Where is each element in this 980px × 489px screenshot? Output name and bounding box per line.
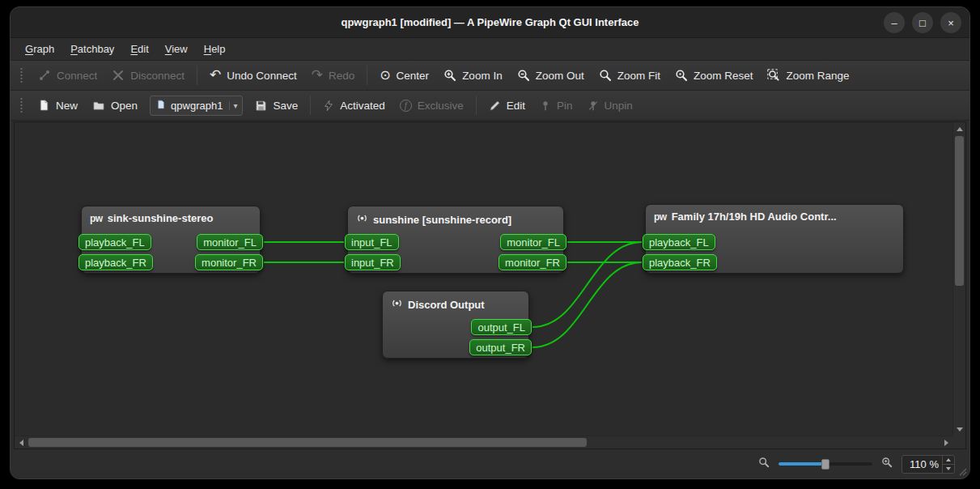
port-sunshine-monitor-fl[interactable]: monitor_FL [500, 234, 566, 250]
zoom-range-icon [767, 69, 780, 82]
patchbay-combo[interactable]: qpwgraph1 ▾ [150, 96, 243, 116]
node-title: sink-sunshine-stereo [108, 212, 214, 224]
port-sink-monitor-fr[interactable]: monitor_FR [195, 254, 263, 270]
horizontal-scrollbar[interactable] [15, 436, 952, 449]
node-title: sunshine [sunshine-record] [373, 214, 511, 226]
zoom-slider[interactable] [778, 457, 872, 470]
activated-button[interactable]: Activated [316, 96, 392, 116]
toolbar-handle[interactable] [19, 67, 23, 83]
zoom-in-button[interactable]: Zoom In [436, 65, 510, 86]
menu-view[interactable]: View [157, 38, 196, 60]
zoom-out-icon [758, 457, 770, 471]
close-icon: × [948, 18, 954, 28]
node-title: Family 17h/19h HD Audio Contr... [672, 210, 837, 223]
zoom-spinbox[interactable]: 110 % [902, 455, 955, 474]
spin-down-button[interactable] [943, 464, 954, 473]
open-button[interactable]: Open [85, 96, 145, 116]
statusbar: 110 % [11, 449, 969, 478]
menubar: Graph Patchbay Edit View Help [11, 38, 969, 61]
chevron-down-icon: ▾ [229, 101, 237, 110]
maximize-icon: □ [919, 18, 926, 28]
menu-graph[interactable]: Graph [17, 38, 62, 60]
node-family-hd-audio[interactable]: pw Family 17h/19h HD Audio Contr... play… [645, 204, 904, 274]
port-discord-output-fr[interactable]: output_FR [469, 339, 532, 355]
disconnect-button[interactable]: Disconnect [104, 65, 192, 86]
zoom-reset-icon [675, 69, 688, 82]
scrollbar-corner [952, 436, 965, 449]
zoom-reset-button[interactable]: Zoom Reset [668, 65, 761, 86]
window-title: qpwgraph1 [modified] — A PipeWire Graph … [341, 16, 638, 28]
toolbar-separator [310, 96, 311, 115]
minimize-button[interactable]: – [884, 12, 905, 33]
zoom-in-icon [881, 457, 893, 471]
menu-edit[interactable]: Edit [122, 38, 156, 60]
toolbar-separator [367, 66, 367, 85]
new-file-icon [38, 99, 50, 112]
port-sunshine-monitor-fr[interactable]: monitor_FR [498, 254, 566, 270]
port-family-playback-fl[interactable]: playback_FL [643, 234, 715, 250]
toolbar-main: Connect Disconnect ↶ Undo Connect ↷ Redo… [11, 61, 969, 91]
minimize-icon: – [891, 18, 897, 28]
app-window: qpwgraph1 [modified] — A PipeWire Graph … [10, 6, 970, 479]
zoom-out-button[interactable]: Zoom Out [510, 65, 592, 86]
scroll-up-arrow[interactable] [953, 122, 966, 135]
maximize-button[interactable]: □ [912, 12, 933, 33]
scroll-down-arrow[interactable] [953, 423, 966, 436]
redo-button[interactable]: ↷ Redo [304, 66, 363, 86]
menu-patchbay[interactable]: Patchbay [62, 38, 122, 60]
close-button[interactable]: × [940, 12, 961, 33]
port-sunshine-input-fr[interactable]: input_FR [345, 254, 401, 270]
center-icon: ⊙ [380, 70, 390, 81]
port-sink-playback-fl[interactable]: playback_FL [78, 234, 151, 250]
toolbar-handle[interactable] [19, 97, 23, 113]
port-sink-playback-fr[interactable]: playback_FR [78, 254, 153, 270]
node-title: Discord Output [408, 299, 485, 311]
record-icon [356, 212, 368, 227]
port-family-playback-fr[interactable]: playback_FR [643, 254, 717, 270]
toolbar-separator [476, 96, 477, 115]
vertical-scrollbar[interactable] [952, 122, 965, 436]
scroll-right-arrow[interactable] [940, 436, 952, 449]
port-sink-monitor-fl[interactable]: monitor_FL [197, 234, 263, 250]
port-sunshine-input-fl[interactable]: input_FL [345, 234, 399, 250]
zoom-range-button[interactable]: Zoom Range [760, 65, 856, 86]
pin-button[interactable]: Pin [532, 96, 580, 116]
exclusive-button[interactable]: ƒ Exclusive [392, 96, 471, 116]
patchbay-file-icon [156, 99, 166, 113]
center-button[interactable]: ⊙ Center [372, 66, 436, 86]
connect-button[interactable]: Connect [31, 65, 104, 86]
new-button[interactable]: New [31, 95, 85, 116]
spin-up-button[interactable] [943, 456, 954, 464]
undo-icon: ↶ [210, 70, 221, 81]
save-button[interactable]: Save [248, 96, 305, 116]
resize-grip[interactable] [957, 466, 967, 476]
zoom-in-icon [443, 69, 456, 82]
screen: qpwgraph1 [modified] — A PipeWire Graph … [0, 0, 980, 489]
record-icon [391, 297, 403, 313]
horizontal-scrollbar-thumb[interactable] [28, 438, 587, 447]
menu-help[interactable]: Help [196, 38, 234, 60]
node-discord-output[interactable]: Discord Output output_FL output_FR [382, 291, 529, 359]
vertical-scrollbar-thumb[interactable] [955, 136, 964, 286]
unpin-button[interactable]: Unpin [580, 96, 640, 116]
zoom-fit-button[interactable]: Zoom Fit [592, 65, 668, 86]
zoom-fit-icon [599, 69, 612, 82]
port-discord-output-fl[interactable]: output_FL [471, 319, 532, 335]
zoom-slider-fill [778, 462, 824, 466]
connection-discord-output-fr-to-family-playback-fr[interactable] [532, 262, 642, 347]
scroll-left-arrow[interactable] [15, 436, 28, 449]
graph-canvas[interactable]: pw sink-sunshine-stereo playback_FL play… [15, 122, 952, 436]
edit-button[interactable]: Edit [482, 96, 532, 116]
pipewire-icon: pw [654, 211, 667, 223]
undo-connect-button[interactable]: ↶ Undo Connect [202, 66, 304, 86]
exclusive-icon: ƒ [400, 100, 412, 112]
zoom-slider-handle[interactable] [821, 459, 829, 470]
node-sunshine[interactable]: sunshine [sunshine-record] input_FL inpu… [347, 206, 564, 274]
open-folder-icon [92, 100, 105, 112]
node-header: sunshine [sunshine-record] [348, 206, 563, 231]
node-sink-sunshine-stereo[interactable]: pw sink-sunshine-stereo playback_FL play… [81, 206, 261, 274]
zoom-out-icon [517, 69, 530, 82]
toolbar-file: New Open qpwgraph1 ▾ Save [11, 91, 969, 121]
titlebar[interactable]: qpwgraph1 [modified] — A PipeWire Graph … [11, 7, 969, 38]
zoom-value[interactable]: 110 % [902, 456, 942, 473]
